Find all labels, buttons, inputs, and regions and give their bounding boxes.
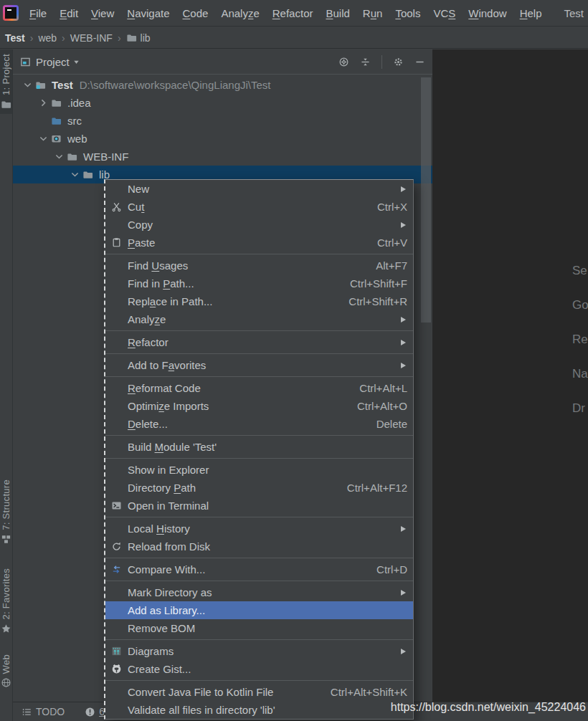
menu-item-new[interactable]: New — [105, 180, 413, 198]
menu-item-find-usages[interactable]: Find UsagesAlt+F7 — [105, 257, 413, 274]
intellij-logo-icon — [3, 5, 19, 21]
submenu-arrow-icon — [401, 363, 406, 368]
menu-item-compare-with[interactable]: Compare With...Ctrl+D — [105, 560, 413, 578]
submenu-arrow-icon — [401, 590, 406, 596]
menubar-item-view[interactable]: View — [85, 7, 120, 19]
breadcrumb-item-lib[interactable]: lib — [126, 32, 151, 44]
terminal-icon — [110, 500, 123, 511]
gear-icon[interactable] — [393, 57, 404, 67]
menubar-item-file[interactable]: File — [23, 7, 53, 19]
todo-label: TODO — [36, 706, 65, 717]
menubar-item-run[interactable]: Run — [356, 7, 389, 19]
menu-item-mark-directory-as[interactable]: Mark Directory as — [105, 583, 413, 601]
chevron-right-icon[interactable] — [36, 97, 51, 108]
menu-item-find-in-path[interactable]: Find in Path...Ctrl+Shift+F — [105, 274, 413, 292]
menu-item-reformat-code[interactable]: Reformat CodeCtrl+Alt+L — [105, 379, 413, 397]
menubar-item-build[interactable]: Build — [319, 7, 356, 19]
tree-row-test[interactable]: TestD:\software\workspace\QingLiangJi\Te… — [13, 76, 432, 94]
chevron-down-icon[interactable] — [36, 133, 51, 144]
menu-item-show-in-explorer[interactable]: Show in Explorer — [105, 461, 413, 479]
menu-item-convert-java-file-to-kotlin-file[interactable]: Convert Java File to Kotlin FileCtrl+Alt… — [105, 683, 413, 701]
menu-item-directory-path[interactable]: Directory PathCtrl+Alt+F12 — [105, 479, 413, 497]
breadcrumb-separator-icon: › — [118, 32, 121, 44]
menubar-item-vcs[interactable]: VCS — [427, 7, 462, 19]
scrollbar-thumb[interactable] — [421, 77, 431, 323]
run-configuration-label[interactable]: Test — [564, 0, 584, 27]
tool-window-button-web[interactable]: Web — [0, 650, 12, 692]
editor-area[interactable]: SeGoReNaDr — [432, 49, 588, 702]
chevron-down-icon[interactable] — [20, 80, 35, 90]
tree-item-label: Test — [52, 79, 73, 91]
menu-item-reload-from-disk[interactable]: Reload from Disk — [105, 538, 413, 555]
menu-item-diagrams[interactable]: Diagrams — [105, 642, 413, 660]
menu-item-build-module-test[interactable]: Build Module 'Test' — [105, 438, 413, 456]
tree-row-src[interactable]: src — [13, 112, 432, 130]
menu-item-open-in-terminal[interactable]: Open in Terminal — [105, 497, 413, 515]
menubar-item-analyze[interactable]: Analyze — [214, 7, 265, 19]
chevron-down-icon[interactable] — [72, 58, 80, 66]
project-folder-icon — [35, 80, 47, 90]
menu-item-label: Optimize Imports — [128, 400, 344, 412]
breadcrumb-label: WEB-INF — [70, 32, 113, 44]
menubar-item-refactor[interactable]: Refactor — [266, 7, 320, 19]
menubar-item-edit[interactable]: Edit — [53, 7, 85, 19]
menu-item-label: Validate all files in directory 'lib' — [128, 704, 407, 716]
chevron-down-icon[interactable] — [52, 151, 67, 162]
menu-item-delete[interactable]: Delete...Delete — [105, 415, 413, 433]
editor-hint-text: Se — [572, 264, 587, 278]
menu-item-validate-all-files-in-directory-lib[interactable]: Validate all files in directory 'lib' — [105, 701, 413, 719]
menu-item-refactor[interactable]: Refactor — [105, 333, 413, 351]
event-log-button[interactable]: 6 — [85, 706, 105, 717]
menu-item-optimize-imports[interactable]: Optimize ImportsCtrl+Alt+O — [105, 397, 413, 415]
menubar-item-code[interactable]: Code — [176, 7, 215, 19]
main-menu: FileEditViewNavigateCodeAnalyzeRefactorB… — [23, 7, 549, 19]
menu-item-label: Find Usages — [128, 259, 363, 272]
panel-title[interactable]: Project — [36, 56, 70, 68]
menu-item-label: Reload from Disk — [128, 540, 407, 553]
chevron-down-icon[interactable] — [67, 169, 82, 180]
tree-row-web-inf[interactable]: WEB-INF — [13, 148, 432, 166]
todo-panel-button[interactable]: TODO — [22, 706, 65, 717]
folder-icon — [126, 32, 137, 43]
tool-window-button-2-favorites[interactable]: 2: Favorites — [0, 564, 12, 639]
menubar-item-navigate[interactable]: Navigate — [120, 7, 176, 19]
menu-item-shortcut: Ctrl+Alt+Shift+K — [331, 686, 407, 698]
folder-icon — [51, 97, 63, 108]
breadcrumb-item-test[interactable]: Test — [5, 32, 25, 44]
menu-item-add-to-favorites[interactable]: Add to Favorites — [105, 356, 413, 374]
menu-item-label: Convert Java File to Kotlin File — [128, 686, 318, 698]
menubar-item-window[interactable]: Window — [462, 7, 513, 19]
menubar-item-help[interactable]: Help — [513, 7, 549, 19]
project-stripe-icon — [1, 99, 11, 110]
tool-window-button-7-structure[interactable]: 7: Structure — [0, 475, 12, 549]
breadcrumb-label: web — [38, 32, 57, 44]
project-panel-header: Project — [13, 49, 432, 75]
tool-window-button-1-project[interactable]: 1: Project — [0, 49, 12, 114]
menu-item-replace-in-path[interactable]: Replace in Path...Ctrl+Shift+R — [105, 292, 413, 310]
menu-item-copy[interactable]: Copy — [105, 216, 413, 234]
menubar-item-tools[interactable]: Tools — [389, 7, 427, 19]
menu-item-analyze[interactable]: Analyze — [105, 310, 413, 328]
menu-item-create-gist[interactable]: Create Gist... — [105, 660, 413, 678]
collapse-all-icon[interactable] — [360, 57, 371, 67]
context-menu: NewCutCtrl+XCopyPasteCtrl+VFind UsagesAl… — [104, 179, 414, 720]
folder-icon — [82, 169, 95, 180]
breadcrumb-item-web[interactable]: web — [38, 32, 57, 44]
menu-item-remove-bom[interactable]: Remove BOM — [105, 619, 413, 637]
menu-separator — [105, 353, 413, 354]
structure-icon — [1, 534, 11, 545]
menu-item-add-as-library[interactable]: Add as Library... — [105, 601, 413, 619]
locate-icon[interactable] — [338, 57, 349, 67]
tree-row-web[interactable]: web — [13, 130, 432, 148]
menu-item-cut[interactable]: CutCtrl+X — [105, 198, 413, 216]
menu-item-label: Cut — [128, 201, 364, 213]
menu-item-paste[interactable]: PasteCtrl+V — [105, 234, 413, 252]
submenu-arrow-icon — [401, 222, 406, 228]
tree-row--idea[interactable]: .idea — [13, 94, 432, 112]
menu-item-shortcut: Ctrl+V — [377, 237, 407, 249]
breadcrumb-item-web-inf[interactable]: WEB-INF — [70, 32, 113, 44]
menu-item-local-history[interactable]: Local History — [105, 520, 413, 538]
star-icon — [1, 624, 11, 634]
menu-item-label: Replace in Path... — [128, 295, 336, 307]
minimize-icon[interactable] — [414, 57, 425, 67]
